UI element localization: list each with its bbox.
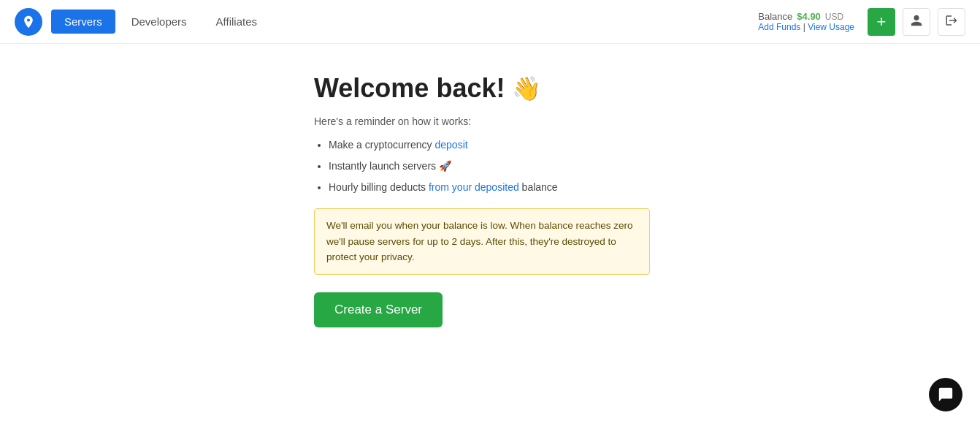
balance-row: Balance $4.90 USD	[758, 11, 854, 22]
balance-info: Balance $4.90 USD Add Funds | View Usage	[758, 11, 854, 32]
add-funds-link[interactable]: Add Funds	[758, 22, 800, 32]
welcome-heading: Welcome back! 👋	[314, 73, 980, 104]
welcome-emoji: 👋	[512, 75, 541, 102]
list-item-billing: Hourly billing deducts from your deposit…	[329, 180, 980, 195]
navbar: Servers Developers Affiliates Balance $4…	[0, 0, 980, 44]
chat-button[interactable]	[929, 378, 962, 411]
info-text: We'll email you when your balance is low…	[326, 220, 633, 262]
nav-item-servers[interactable]: Servers	[51, 10, 115, 34]
nav-item-affiliates[interactable]: Affiliates	[203, 10, 270, 34]
person-icon	[910, 14, 923, 30]
main-content: Welcome back! 👋 Here's a reminder on how…	[0, 44, 980, 327]
logout-button[interactable]	[938, 8, 965, 36]
balance-amount: $4.90	[797, 11, 821, 22]
billing-highlight: from your deposited	[429, 181, 519, 193]
balance-currency: USD	[825, 12, 843, 22]
list-item-launch: Instantly launch servers 🚀	[329, 159, 980, 174]
balance-actions: Add Funds | View Usage	[758, 22, 854, 32]
billing-text-after: balance	[519, 181, 558, 193]
deposit-text-before: Make a cryptocurrency	[329, 139, 435, 151]
nav-links: Servers Developers Affiliates	[51, 10, 758, 34]
reminder-intro: Here's a reminder on how it works:	[314, 115, 980, 127]
info-box: We'll email you when your balance is low…	[314, 208, 650, 275]
nav-item-developers[interactable]: Developers	[118, 10, 200, 34]
view-usage-link[interactable]: View Usage	[808, 22, 854, 32]
welcome-text: Welcome back!	[314, 73, 505, 104]
balance-label: Balance	[758, 11, 792, 22]
chat-icon	[938, 387, 954, 403]
create-server-button[interactable]: Create a Server	[314, 292, 443, 327]
profile-button[interactable]	[903, 8, 930, 36]
add-button[interactable]: +	[868, 8, 895, 36]
how-it-works-list: Make a cryptocurrency deposit Instantly …	[314, 137, 980, 195]
nav-right: Balance $4.90 USD Add Funds | View Usage…	[758, 8, 965, 36]
launch-text: Instantly launch servers 🚀	[329, 160, 451, 172]
billing-text-before: Hourly billing deducts	[329, 181, 429, 193]
logout-icon	[945, 14, 958, 30]
logo-icon	[21, 15, 36, 29]
deposit-link[interactable]: deposit	[435, 139, 468, 151]
list-item-deposit: Make a cryptocurrency deposit	[329, 137, 980, 153]
logo[interactable]	[15, 8, 42, 36]
